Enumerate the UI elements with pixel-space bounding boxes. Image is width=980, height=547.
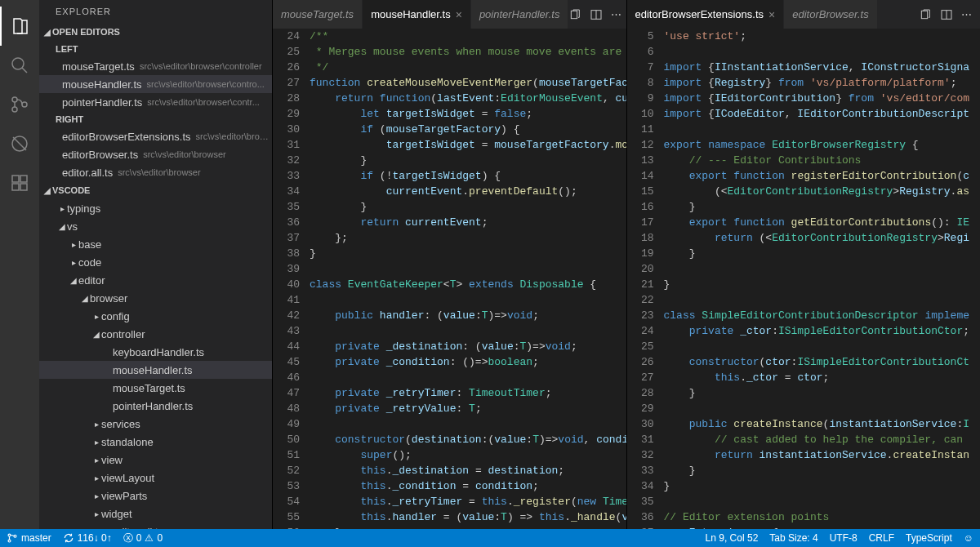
more-icon[interactable]: ⋯ <box>961 8 972 20</box>
svg-rect-8 <box>12 184 19 190</box>
svg-point-18 <box>8 540 11 542</box>
sidebar: EXPLORER ◢ OPEN EDITORS LEFTmouseTarget.… <box>39 0 272 529</box>
svg-line-6 <box>13 137 26 150</box>
chevron-down-icon: ◢ <box>42 186 52 195</box>
language-mode[interactable]: TypeScript <box>906 532 952 544</box>
svg-point-19 <box>14 535 16 537</box>
folder-node[interactable]: ▸viewParts <box>39 487 272 505</box>
folder-node[interactable]: ◢browser <box>39 289 272 307</box>
activity-bar <box>0 0 39 529</box>
folder-node[interactable]: ▸typings <box>39 199 272 217</box>
editor-tab[interactable]: mouseTarget.ts <box>273 0 363 29</box>
git-branch[interactable]: master <box>7 532 51 544</box>
editor-tab[interactable]: editorBrowserExtensions.ts× <box>627 0 785 29</box>
sidebar-title: EXPLORER <box>39 0 272 23</box>
feedback-icon[interactable]: ☺ <box>964 532 973 544</box>
project-header[interactable]: ◢ VSCODE <box>39 181 272 199</box>
file-tree: ▸typings◢vs▸base▸code◢editor◢browser▸con… <box>39 199 272 529</box>
open-editor-item[interactable]: mouseTarget.tssrc\vs\editor\browser\cont… <box>39 57 272 75</box>
extensions-icon[interactable] <box>0 163 39 202</box>
tabs-bar: mouseTarget.tsmouseHandler.ts×pointerHan… <box>273 0 626 29</box>
editor-tab[interactable]: pointerHandler.ts <box>471 0 569 29</box>
editor-pane: mouseTarget.tsmouseHandler.ts×pointerHan… <box>272 0 626 529</box>
editor-pane: editorBrowserExtensions.ts×editorBrowser… <box>626 0 981 529</box>
copy-icon[interactable] <box>568 8 581 21</box>
folder-node[interactable]: ▸view <box>39 451 272 469</box>
eol[interactable]: CRLF <box>869 532 894 544</box>
open-editors-header[interactable]: ◢ OPEN EDITORS <box>39 23 272 41</box>
editor-tab[interactable]: mouseHandler.ts× <box>363 0 471 29</box>
workbench: EXPLORER ◢ OPEN EDITORS LEFTmouseTarget.… <box>0 0 980 529</box>
folder-node[interactable]: ◢vs <box>39 217 272 235</box>
file-node[interactable]: editor.all.ts <box>39 523 272 529</box>
folder-node[interactable]: ◢controller <box>39 325 272 343</box>
code-area[interactable]: 5678910111213141516171819202122232425262… <box>627 29 981 529</box>
folder-node[interactable]: ▸standalone <box>39 433 272 451</box>
svg-rect-7 <box>12 176 19 182</box>
search-icon[interactable] <box>0 46 39 85</box>
cursor-position[interactable]: Ln 9, Col 52 <box>706 532 759 544</box>
editor-group-label: RIGHT <box>39 111 272 127</box>
more-icon[interactable]: ⋯ <box>611 8 621 20</box>
problems[interactable]: ⓧ0 ⚠0 <box>123 531 163 545</box>
debug-icon[interactable] <box>0 124 39 163</box>
file-node[interactable]: mouseTarget.ts <box>39 379 272 397</box>
statusbar: master 116↓ 0↑ ⓧ0 ⚠0 Ln 9, Col 52 Tab Si… <box>0 529 980 547</box>
folder-node[interactable]: ▸config <box>39 307 272 325</box>
git-sync[interactable]: 116↓ 0↑ <box>63 532 112 544</box>
svg-line-1 <box>22 68 27 73</box>
file-node[interactable]: pointerHandler.ts <box>39 397 272 415</box>
editor-tab[interactable]: editorBrowser.ts <box>784 0 877 29</box>
folder-node[interactable]: ▸code <box>39 253 272 271</box>
line-gutter: 2425262728293031323334353637383940414243… <box>273 29 310 529</box>
copy-icon[interactable] <box>919 8 932 21</box>
svg-point-4 <box>22 102 27 107</box>
line-gutter: 5678910111213141516171819202122232425262… <box>627 29 664 529</box>
code-content[interactable]: /** * Merges mouse events when mouse mov… <box>310 29 626 529</box>
source-control-icon[interactable] <box>0 85 39 124</box>
split-editor-icon[interactable] <box>590 8 603 21</box>
folder-node[interactable]: ◢editor <box>39 271 272 289</box>
open-editor-item[interactable]: editorBrowser.tssrc\vs\editor\browser <box>39 145 272 163</box>
explorer-icon[interactable] <box>0 7 39 46</box>
chevron-down-icon: ◢ <box>42 28 52 37</box>
folder-node[interactable]: ▸services <box>39 415 272 433</box>
tabs-bar: editorBrowserExtensions.ts×editorBrowser… <box>627 0 981 29</box>
code-area[interactable]: 2425262728293031323334353637383940414243… <box>273 29 626 529</box>
editor-group-label: LEFT <box>39 41 272 57</box>
close-icon[interactable]: × <box>456 8 462 21</box>
code-content[interactable]: 'use strict'; import {IInstantiationServ… <box>664 29 981 529</box>
open-editor-item[interactable]: mouseHandler.tssrc\vs\editor\browser\con… <box>39 75 272 93</box>
open-editor-item[interactable]: editor.all.tssrc\vs\editor\browser <box>39 163 272 181</box>
file-node[interactable]: mouseHandler.ts <box>39 361 272 379</box>
close-icon[interactable]: × <box>768 8 775 21</box>
svg-point-0 <box>12 58 24 69</box>
split-editor-icon[interactable] <box>940 8 953 21</box>
folder-node[interactable]: ▸viewLayout <box>39 469 272 487</box>
encoding[interactable]: UTF-8 <box>830 532 858 544</box>
svg-rect-11 <box>572 11 577 18</box>
open-editor-item[interactable]: editorBrowserExtensions.tssrc\vs\editor\… <box>39 127 272 145</box>
open-editor-item[interactable]: pointerHandler.tssrc\vs\editor\browser\c… <box>39 93 272 111</box>
svg-rect-14 <box>921 11 927 18</box>
folder-node[interactable]: ▸widget <box>39 505 272 523</box>
svg-point-2 <box>12 97 17 102</box>
file-node[interactable]: keyboardHandler.ts <box>39 343 272 361</box>
svg-rect-9 <box>20 184 27 190</box>
svg-point-3 <box>12 107 17 112</box>
tab-size[interactable]: Tab Size: 4 <box>769 532 817 544</box>
folder-node[interactable]: ▸base <box>39 235 272 253</box>
svg-point-17 <box>8 534 11 536</box>
open-editors-list: LEFTmouseTarget.tssrc\vs\editor\browser\… <box>39 41 272 181</box>
editor-area: mouseTarget.tsmouseHandler.ts×pointerHan… <box>272 0 980 529</box>
svg-rect-10 <box>20 176 27 182</box>
